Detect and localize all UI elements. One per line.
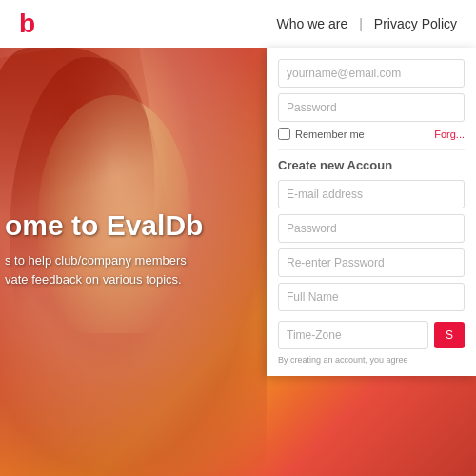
create-password-input[interactable] (278, 214, 465, 243)
nav: Who we are | Privacy Policy (277, 16, 457, 31)
create-email-input[interactable] (278, 180, 465, 208)
remember-me-label: Remember me (295, 129, 365, 140)
nav-divider: | (359, 16, 363, 31)
login-section: Remember me Forg... (278, 59, 465, 140)
remember-me-checkbox[interactable] (278, 128, 290, 140)
create-fullname-input[interactable] (278, 283, 465, 311)
logo: b (19, 9, 35, 39)
create-account-section: Create new Accoun S By creating an accou… (278, 149, 465, 365)
hero-subtitle: s to help club/company members vate feed… (5, 251, 203, 288)
remember-row: Remember me Forg... (278, 128, 465, 140)
hero-title: ome to EvalDb (5, 209, 203, 242)
login-password-input[interactable] (278, 93, 465, 122)
nav-who-we-are[interactable]: Who we are (277, 16, 348, 31)
create-reenter-password-input[interactable] (278, 248, 465, 277)
create-account-submit-button[interactable]: S (434, 322, 465, 348)
create-timezone-input[interactable] (278, 321, 428, 349)
hero-text-block: ome to EvalDb s to help club/company mem… (5, 209, 203, 288)
header: b Who we are | Privacy Policy (0, 0, 476, 48)
login-email-input[interactable] (278, 59, 465, 88)
terms-text: By creating an account, you agree (278, 355, 465, 365)
auth-panel: Remember me Forg... Create new Accoun S … (267, 48, 476, 376)
nav-privacy-policy[interactable]: Privacy Policy (374, 16, 457, 31)
forgot-password-link[interactable]: Forg... (434, 129, 465, 140)
create-btn-row: S (278, 321, 465, 349)
create-account-header: Create new Accoun (278, 158, 465, 172)
